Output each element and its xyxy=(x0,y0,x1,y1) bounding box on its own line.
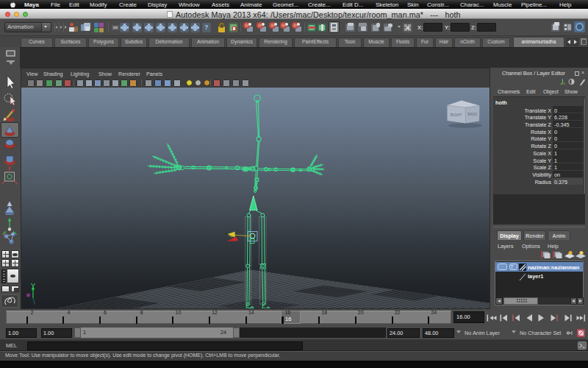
svg-text:BACK: BACK xyxy=(467,113,478,116)
svg-text:RIGHT: RIGHT xyxy=(451,113,462,117)
